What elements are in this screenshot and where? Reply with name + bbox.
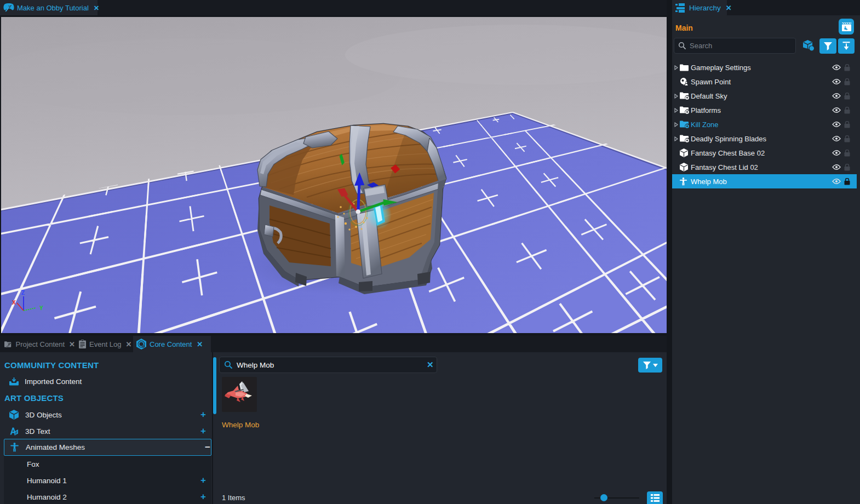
svg-text:X: X bbox=[12, 300, 16, 306]
svg-text:Z: Z bbox=[21, 290, 25, 296]
svg-text:Y: Y bbox=[39, 305, 43, 311]
